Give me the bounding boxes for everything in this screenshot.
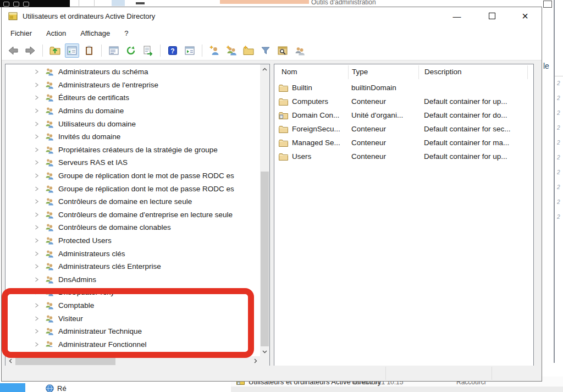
chevron-right-icon[interactable] bbox=[34, 186, 40, 191]
new-user-icon[interactable] bbox=[207, 43, 222, 58]
new-ou-icon[interactable] bbox=[241, 43, 256, 58]
maximize-button[interactable] bbox=[482, 9, 502, 23]
column-header-type[interactable]: Type bbox=[352, 68, 368, 76]
chevron-right-icon[interactable] bbox=[34, 95, 40, 100]
tree-item[interactable]: Contrôleurs de domaine clonables bbox=[5, 221, 260, 234]
chevron-right-icon[interactable] bbox=[34, 225, 40, 230]
scroll-down-button[interactable] bbox=[260, 347, 269, 356]
tree-item[interactable]: Éditeurs de certificats bbox=[5, 91, 260, 104]
filter-icon[interactable] bbox=[258, 43, 273, 58]
chevron-right-icon[interactable] bbox=[34, 69, 40, 74]
background-network-label: Ré bbox=[57, 384, 67, 392]
column-divider[interactable] bbox=[527, 65, 528, 79]
column-header-description[interactable]: Description bbox=[424, 68, 462, 76]
tree-item[interactable]: Invités du domaine bbox=[5, 130, 260, 143]
scroll-up-button[interactable] bbox=[260, 64, 269, 74]
tree-item[interactable]: Administrateurs clés Enterprise bbox=[5, 260, 260, 273]
scroll-thumb[interactable] bbox=[261, 172, 269, 346]
table-row[interactable]: Domain Con...Unité d'organi...Default co… bbox=[274, 109, 533, 123]
scroll-right-button[interactable] bbox=[251, 356, 260, 366]
group-icon bbox=[45, 236, 54, 245]
standard-list-icon[interactable] bbox=[107, 43, 121, 58]
tree-item-label: Utilisateurs du domaine bbox=[58, 120, 136, 128]
cell-name: Users bbox=[292, 152, 311, 161]
background-right-window: le 2222222222 bbox=[542, 0, 563, 379]
tree-item[interactable]: DnsAdmins bbox=[5, 273, 260, 286]
cell-type: Conteneur bbox=[351, 152, 386, 161]
background-text-fragment: 2 bbox=[557, 169, 563, 176]
chevron-right-icon[interactable] bbox=[34, 134, 40, 139]
scroll-thumb[interactable] bbox=[15, 357, 115, 365]
table-row[interactable]: BuiltinbuiltinDomain bbox=[274, 81, 533, 95]
vertical-scrollbar[interactable] bbox=[260, 64, 269, 356]
new-group-icon[interactable] bbox=[224, 43, 239, 58]
column-divider[interactable] bbox=[418, 65, 419, 79]
menu-help[interactable]: ? bbox=[124, 29, 128, 37]
find-icon[interactable] bbox=[275, 43, 290, 58]
help-icon[interactable]: ? bbox=[165, 43, 180, 58]
chevron-right-icon[interactable] bbox=[34, 160, 40, 165]
table-row[interactable]: Managed Se...ConteneurDefault container … bbox=[274, 136, 533, 150]
group-icon bbox=[45, 262, 54, 270]
delegate-group-icon[interactable] bbox=[292, 43, 307, 58]
table-row[interactable]: UsersConteneurDefault container for up..… bbox=[274, 150, 533, 164]
chevron-right-icon[interactable] bbox=[34, 108, 40, 113]
group-icon bbox=[45, 68, 54, 76]
refresh-icon[interactable] bbox=[124, 43, 138, 58]
chevron-right-icon[interactable] bbox=[34, 238, 40, 243]
tree-item[interactable]: Groupe de réplication dont le mot de pas… bbox=[5, 169, 260, 183]
chevron-right-icon[interactable] bbox=[34, 82, 40, 87]
table-row[interactable]: ForeignSecu...ConteneurDefault container… bbox=[274, 123, 533, 136]
cell-name: Builtin bbox=[292, 84, 312, 92]
menu-affichage[interactable]: Affichage bbox=[80, 29, 110, 37]
chevron-right-icon[interactable] bbox=[34, 122, 40, 126]
tree-item-label: Propriétaires créateurs de la stratégie … bbox=[58, 146, 218, 154]
minimize-button[interactable]: — bbox=[447, 9, 467, 23]
chevron-right-icon[interactable] bbox=[34, 264, 40, 269]
forward-icon[interactable] bbox=[23, 43, 37, 58]
tree-item[interactable]: Administrateurs clés bbox=[5, 247, 260, 260]
tree-item-label: Contrôleurs de domaine d'entreprise en l… bbox=[58, 211, 233, 219]
tree-item[interactable]: Utilisateurs du domaine bbox=[5, 117, 260, 130]
chevron-right-icon[interactable] bbox=[34, 147, 40, 152]
tree-item[interactable]: Protected Users bbox=[5, 234, 260, 247]
export-list-icon[interactable] bbox=[141, 43, 155, 58]
tree-item[interactable]: Administrateurs de l'entreprise bbox=[5, 79, 260, 92]
menu-fichier[interactable]: Fichier bbox=[10, 29, 32, 37]
chevron-right-icon[interactable] bbox=[34, 251, 40, 256]
tree-item[interactable]: Admins du domaine bbox=[5, 104, 260, 118]
cell-type: Conteneur bbox=[351, 139, 386, 147]
close-button[interactable]: × bbox=[515, 9, 535, 23]
cell-name: ForeignSecu... bbox=[292, 125, 340, 133]
help-topics-icon[interactable] bbox=[183, 43, 197, 58]
chevron-right-icon[interactable] bbox=[34, 199, 40, 204]
tree-item[interactable]: Contrôleurs de domaine en lecture seule bbox=[5, 195, 260, 208]
cell-description: Default container for ma... bbox=[424, 139, 509, 147]
background-text-fragment: 2 bbox=[557, 184, 563, 191]
column-divider[interactable] bbox=[348, 65, 349, 79]
chevron-right-icon[interactable] bbox=[34, 173, 40, 178]
show-console-tree-icon[interactable] bbox=[65, 43, 79, 58]
chevron-right-icon[interactable] bbox=[34, 212, 40, 217]
column-header-nom[interactable]: Nom bbox=[282, 68, 297, 76]
svg-text:?: ? bbox=[170, 47, 174, 55]
back-icon[interactable] bbox=[6, 43, 20, 58]
divider bbox=[554, 76, 563, 76]
table-row[interactable]: ComputersConteneurDefault container for … bbox=[274, 95, 533, 109]
chevron-right-icon[interactable] bbox=[34, 277, 40, 282]
tree-item[interactable]: Administrateurs du schéma bbox=[5, 65, 260, 79]
tree-item-label: Administrateurs clés Enterprise bbox=[58, 262, 161, 270]
group-icon bbox=[45, 132, 54, 141]
up-one-level-icon[interactable] bbox=[48, 43, 62, 58]
properties-clipboard-icon[interactable] bbox=[82, 43, 96, 58]
tree-item[interactable]: Contrôleurs de domaine d'entreprise en l… bbox=[5, 208, 260, 222]
tree-item[interactable]: Propriétaires créateurs de la stratégie … bbox=[5, 143, 260, 157]
annotation-red-box bbox=[2, 288, 254, 358]
ou-folder-icon bbox=[279, 112, 288, 122]
tree-item[interactable]: Serveurs RAS et IAS bbox=[5, 156, 260, 169]
tree-item[interactable]: Groupe de réplication dont le mot de pas… bbox=[5, 182, 260, 195]
tree-item-label: Administrateurs de l'entreprise bbox=[58, 81, 158, 89]
title-bar[interactable]: Utilisateurs et ordinateurs Active Direc… bbox=[2, 7, 542, 25]
cell-name: Managed Se... bbox=[292, 139, 340, 147]
menu-action[interactable]: Action bbox=[46, 29, 66, 37]
